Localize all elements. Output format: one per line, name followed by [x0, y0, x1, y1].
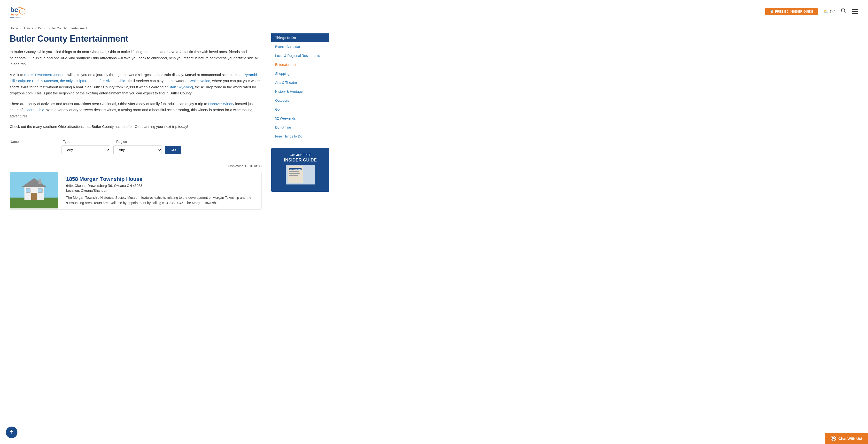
- site-logo[interactable]: bc Ohio Travel Butler County: [10, 3, 29, 20]
- site-header: bc Ohio Travel Butler County 📋 FREE BC I…: [0, 0, 868, 23]
- svg-text:Butler County: Butler County: [10, 17, 21, 19]
- sidebar-item-history-heritage[interactable]: History & Heritage: [271, 87, 330, 96]
- type-filter-label: Type: [63, 140, 112, 144]
- closing-paragraph: Check out the many southern Ohio attract…: [10, 124, 261, 130]
- page-title: Butler County Entertainment: [10, 33, 261, 44]
- svg-rect-14: [38, 179, 41, 184]
- weather-icon: ⛅: [824, 9, 828, 13]
- menu-line: [852, 13, 858, 14]
- svg-rect-12: [26, 189, 30, 192]
- filter-section: Name Type Region - Any - - Any - GO: [10, 135, 261, 159]
- insider-widget-label: Get your FREE: [276, 153, 324, 157]
- insider-guide-button[interactable]: 📋 FREE BC INSIDER GUIDE: [765, 8, 817, 15]
- type-filter-select[interactable]: - Any -: [62, 146, 110, 154]
- menu-line: [852, 9, 858, 10]
- insider-guide-image: BUTLER COUNTY: [286, 165, 315, 185]
- sidebar-item-donut-trail[interactable]: Donut Trail: [271, 123, 330, 132]
- svg-rect-11: [31, 193, 37, 200]
- name-filter-input[interactable]: [10, 146, 58, 154]
- svg-point-4: [20, 8, 25, 14]
- svg-text:Travel: Travel: [11, 13, 18, 16]
- svg-rect-18: [289, 171, 299, 172]
- name-filter-label: Name: [10, 140, 58, 144]
- insider-widget-title: INSIDER GUIDE: [276, 158, 324, 163]
- breadcrumb-things-to-do-link[interactable]: Things To Do: [24, 26, 42, 30]
- sidebar-item-free-things[interactable]: Free Things to Do: [271, 132, 330, 141]
- header-right: 📋 FREE BC INSIDER GUIDE ⛅ 74°: [765, 8, 858, 15]
- wake-nation-link[interactable]: Wake Nation: [190, 79, 210, 83]
- sidebar-item-shopping[interactable]: Shopping: [271, 69, 330, 78]
- location-value: Okeana/Shandon: [81, 189, 107, 192]
- search-button[interactable]: [841, 8, 846, 15]
- svg-text:Ohio: Ohio: [19, 7, 22, 8]
- sidebar-item-entertainment[interactable]: Entertainment: [271, 60, 330, 69]
- sidebar-item-52-weekends[interactable]: 52 Weekends: [271, 114, 330, 123]
- oxford-link[interactable]: Oxford, Ohio: [24, 108, 44, 112]
- listing-card: 1858 Morgan Township House 6464 Okeana D…: [10, 172, 261, 210]
- breadcrumb: Home / Things To Do / Butler County Ente…: [0, 23, 868, 33]
- winery-paragraph: There are plenty of activities and touri…: [10, 101, 261, 119]
- menu-button[interactable]: [852, 9, 858, 14]
- attractions-paragraph: A visit to EnterTRAINment Junction will …: [10, 72, 261, 96]
- sidebar-nav: Things to Do Events Calendar Local & Reg…: [271, 33, 330, 141]
- location-label: Location:: [66, 189, 80, 192]
- region-filter-label: Region: [116, 140, 165, 144]
- content-area: Butler County Entertainment In Butler Co…: [10, 33, 261, 215]
- weather-widget: ⛅ 74°: [824, 9, 835, 13]
- results-count: Displaying 1 - 10 of 93: [10, 164, 261, 168]
- skydiving-link[interactable]: Start Skydiving: [168, 85, 193, 89]
- filter-labels: Name Type Region: [10, 140, 261, 144]
- sidebar-item-outdoors[interactable]: Outdoors: [271, 96, 330, 105]
- insider-guide-widget[interactable]: Get your FREE INSIDER GUIDE BUTLER COUNT…: [271, 148, 330, 192]
- sidebar: Things to Do Events Calendar Local & Reg…: [271, 33, 330, 215]
- sidebar-item-local-restaurants[interactable]: Local & Regional Restaurants: [271, 51, 330, 60]
- region-filter-select[interactable]: - Any -: [113, 146, 162, 154]
- main-layout: Butler County Entertainment In Butler Co…: [0, 33, 339, 224]
- svg-text:BUTLER COUNTY: BUTLER COUNTY: [290, 169, 303, 170]
- listing-info: 1858 Morgan Township House 6464 Okeana D…: [63, 172, 261, 210]
- hanover-link[interactable]: Hanover Winery: [208, 102, 235, 106]
- breadcrumb-separator: /: [44, 26, 45, 30]
- svg-rect-19: [289, 173, 300, 174]
- listing-description: The Morgan Township Historical Society M…: [66, 195, 258, 206]
- svg-text:bc: bc: [10, 6, 18, 13]
- entertrainment-link[interactable]: EnterTRAINment Junction: [24, 73, 66, 77]
- intro-paragraph: In Butler County, Ohio you'll find thing…: [10, 49, 261, 67]
- breadcrumb-home-link[interactable]: Home: [10, 26, 18, 30]
- svg-rect-13: [38, 189, 42, 192]
- sidebar-item-golf[interactable]: Golf: [271, 105, 330, 114]
- breadcrumb-current: Butler County Entertainment: [48, 26, 87, 30]
- svg-rect-20: [289, 175, 298, 176]
- listing-address: 6464 Okeana Drewersburg Rd. Okeana OH 45…: [66, 184, 258, 188]
- sidebar-item-events-calendar[interactable]: Events Calendar: [271, 42, 330, 51]
- logo-area: bc Ohio Travel Butler County: [10, 3, 29, 20]
- listing-image: [10, 172, 58, 209]
- listing-location: Location: Okeana/Shandon: [66, 189, 258, 192]
- svg-line-6: [844, 11, 846, 13]
- sidebar-item-arts-theatre[interactable]: Arts & Theatre: [271, 78, 330, 87]
- book-icon: 📋: [770, 10, 774, 13]
- sidebar-item-things-to-do[interactable]: Things to Do: [271, 33, 330, 42]
- listing-title[interactable]: 1858 Morgan Township House: [66, 176, 258, 182]
- svg-point-5: [841, 9, 845, 12]
- filter-inputs: - Any - - Any - GO: [10, 146, 261, 154]
- menu-line: [852, 11, 858, 12]
- go-button[interactable]: GO: [165, 146, 181, 154]
- breadcrumb-separator: /: [20, 26, 21, 30]
